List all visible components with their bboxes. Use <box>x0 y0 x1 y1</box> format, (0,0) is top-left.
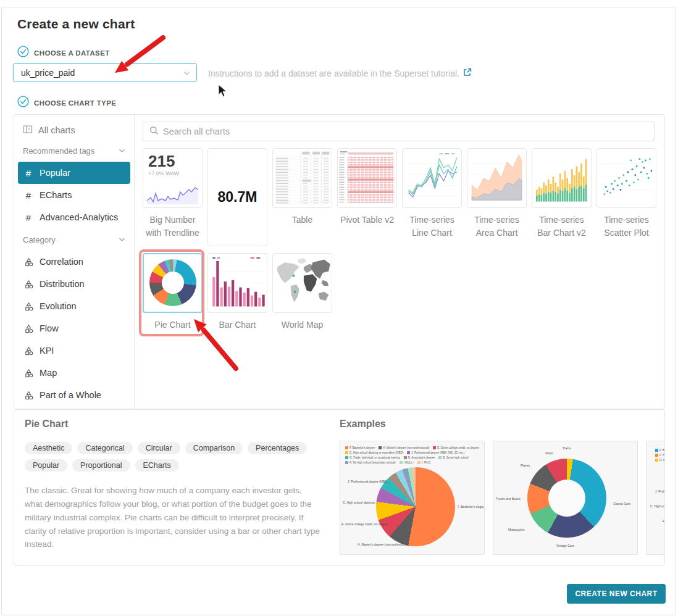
tile-big-number-trendline[interactable]: 215 +7.0% WoW Big Number with Trendline <box>143 148 203 246</box>
category-icon <box>23 346 34 356</box>
sidebar-item-label: Part of a Whole <box>40 390 101 400</box>
sidebar-group-category[interactable]: Category <box>14 228 134 251</box>
scatter-plot-thumbnail <box>596 148 656 208</box>
sidebar-item-echarts[interactable]: # ECharts <box>18 184 130 206</box>
tile-time-series-bar-chart-v2[interactable]: Time-series Bar Chart v2 <box>532 148 592 246</box>
table-thumbnail <box>272 148 332 208</box>
sidebar-item-flow[interactable]: Flow <box>18 317 130 339</box>
tag-pill: Categorical <box>77 442 132 454</box>
step-choose-chart-type: CHOOSE CHART TYPE <box>17 96 116 110</box>
tag-pill: Percentages <box>248 442 307 454</box>
category-icon <box>23 257 34 267</box>
tile-time-series-line-chart[interactable]: Time-series Line Chart <box>402 148 462 246</box>
sidebar-item-distribution[interactable]: Distribution <box>18 273 130 295</box>
sidebar-item-label: ECharts <box>40 190 72 200</box>
sidebar-item-popular[interactable]: # Popular <box>18 162 130 184</box>
check-circle-icon <box>17 46 29 60</box>
selected-chart-title: Pie Chart <box>25 418 68 430</box>
tile-row-2: Pie Chart <box>143 253 655 331</box>
big-number-delta: +7.0% WoW <box>148 170 197 177</box>
sidebar-item-advanced-analytics[interactable]: # Advanced-Analytics <box>18 206 130 228</box>
category-icon <box>23 324 34 333</box>
sidebar-item-label: Map <box>40 368 57 378</box>
create-new-chart-button[interactable]: CREATE NEW CHART <box>567 584 666 604</box>
donut-graphic <box>149 259 196 306</box>
tile-pie-chart[interactable]: Pie Chart <box>143 253 203 331</box>
search-icon <box>149 126 159 138</box>
tile-world-map[interactable]: World Map <box>272 253 332 331</box>
example-legend: F. Bachelor's degree H. Master's degree … <box>345 446 482 464</box>
sidebar-item-label: KPI <box>40 346 54 356</box>
example-legend: F. Bachelor's degree C. High school dipl… <box>655 449 664 462</box>
sparkline <box>146 184 199 205</box>
create-chart-page: Create a new chart CHOOSE A DATASET uk_p… <box>0 0 678 616</box>
grid-list-icon <box>23 125 33 136</box>
category-icon <box>23 368 34 378</box>
hash-icon: # <box>23 190 34 201</box>
tile-label: Table <box>272 214 332 227</box>
tile-label: Bar Chart <box>207 318 267 331</box>
search-input[interactable] <box>163 127 648 136</box>
sidebar-item-label: Popular <box>40 168 70 178</box>
category-icon <box>23 302 34 311</box>
choose-dataset-label: CHOOSE A DATASET <box>34 49 110 57</box>
sidebar-item-part-of-a-whole[interactable]: Part of a Whole <box>18 384 130 406</box>
pie-chart-thumbnail <box>143 253 203 313</box>
sidebar-item-kpi[interactable]: KPI <box>18 339 130 362</box>
sidebar-item-label: Distribution <box>40 279 85 289</box>
chevron-down-icon <box>119 149 125 153</box>
sidebar-item-map[interactable]: Map <box>18 362 130 384</box>
examples-title: Examples <box>340 418 386 430</box>
tile-label: Time-series Scatter Plot <box>596 214 656 239</box>
page-title: Create a new chart <box>17 17 135 31</box>
tile-time-series-area-chart[interactable]: Time-series Area Chart <box>467 148 527 246</box>
dataset-select[interactable]: uk_price_paid <box>13 63 197 82</box>
choose-chart-type-label: CHOOSE CHART TYPE <box>34 99 116 107</box>
hash-icon: # <box>23 212 34 223</box>
tile-label: Time-series Line Chart <box>402 214 462 239</box>
tile-time-series-scatter-plot[interactable]: Time-series Scatter Plot <box>596 148 656 246</box>
tag-pill: Aesthetic <box>25 442 72 454</box>
tile-table[interactable]: Table <box>272 148 332 246</box>
create-chart-container: Create a new chart CHOOSE A DATASET uk_p… <box>1 7 676 615</box>
tile-bar-chart[interactable]: Bar Chart <box>207 253 267 331</box>
step-choose-dataset: CHOOSE A DATASET <box>17 46 110 60</box>
external-link-icon[interactable] <box>463 68 472 78</box>
tag-pill: Circular <box>138 442 180 454</box>
dataset-select-value: uk_price_paid <box>21 68 183 78</box>
big-number-value: 80.7M <box>218 189 257 206</box>
chart-search-box <box>143 122 655 141</box>
tile-label: World Map <box>272 318 332 331</box>
tile-label: Big Number with Trendline <box>143 214 203 239</box>
sidebar-item-all-charts[interactable]: All charts <box>14 121 134 139</box>
group-label: Category <box>23 235 56 244</box>
tile-pivot-table-v2[interactable]: Pivot Table v2 <box>337 148 397 246</box>
big-number-trendline-thumbnail: 215 +7.0% WoW <box>143 148 203 208</box>
tile-label: Pivot Table v2 <box>337 214 397 227</box>
sidebar-item-label: Flow <box>40 323 59 333</box>
tile-label: Time-series Area Chart <box>467 214 527 239</box>
area-chart-thumbnail <box>467 148 527 208</box>
tile-label: Pie Chart <box>143 318 203 331</box>
tile-label: Time-series Bar Chart v2 <box>532 214 592 239</box>
big-number-value: 215 <box>148 153 197 169</box>
example-donut-chart-image: Trains Ships Planes Trucks and Buses Mot… <box>493 441 638 555</box>
chevron-down-icon <box>183 67 190 78</box>
group-label: Recommended tags <box>23 146 94 156</box>
sidebar-item-evolution[interactable]: Evolution <box>18 295 130 317</box>
big-number-thumbnail: 80.7M <box>207 148 267 246</box>
tag-pill: Popular <box>25 459 67 472</box>
chart-description: The classic. Great for showing how much … <box>25 484 321 551</box>
sidebar-item-correlation[interactable]: Correlation <box>18 251 130 273</box>
chevron-down-icon <box>119 238 125 242</box>
chart-type-picker: All charts Recommended tags # Popular # … <box>14 114 665 409</box>
category-icon <box>23 391 34 400</box>
sidebar-item-label: Correlation <box>40 257 83 267</box>
donut-graphic <box>527 459 606 538</box>
sidebar-group-recommended-tags[interactable]: Recommended tags <box>14 139 134 162</box>
pivot-table-thumbnail <box>337 148 397 208</box>
tile-big-number[interactable]: 80.7M Big Number <box>207 148 267 246</box>
tag-pill: ECharts <box>135 459 179 472</box>
example-pie-chart-image: F. Bachelor's degree H. Master's degree … <box>340 441 485 555</box>
sidebar-item-label: All charts <box>38 125 75 135</box>
